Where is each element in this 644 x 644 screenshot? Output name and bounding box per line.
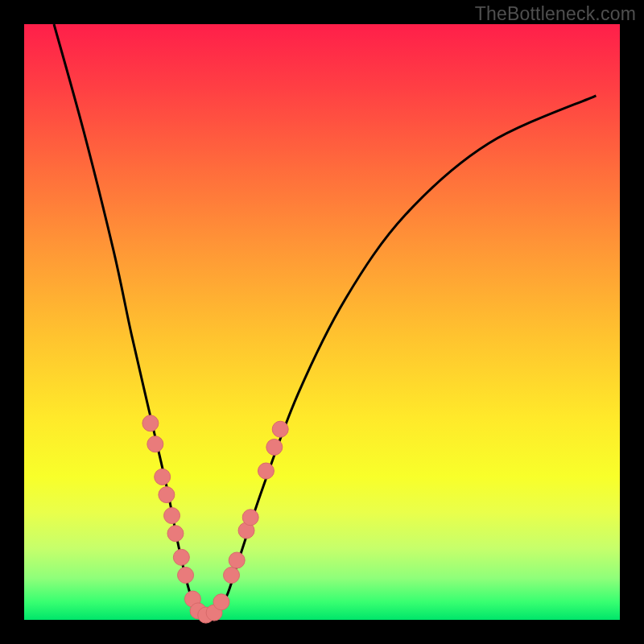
data-marker [167, 526, 184, 542]
data-marker [159, 487, 175, 503]
data-marker [155, 469, 171, 485]
data-marker [266, 439, 283, 455]
data-marker [178, 568, 194, 584]
data-marker [142, 415, 159, 431]
data-marker [147, 436, 163, 452]
data-marker [242, 510, 258, 526]
data-marker [258, 463, 274, 479]
chart-frame: TheBottleneck.com [0, 0, 644, 644]
watermark-text: TheBottleneck.com [475, 3, 636, 25]
data-marker [213, 594, 229, 610]
bottleneck-curve [54, 24, 596, 616]
data-marker [229, 552, 245, 568]
data-marker [224, 568, 240, 584]
plot-area [24, 24, 620, 620]
data-marker [272, 421, 288, 437]
curve-path [54, 24, 596, 616]
marker-group [142, 415, 288, 623]
data-marker [173, 549, 189, 565]
data-marker [164, 508, 180, 524]
curve-layer [24, 24, 620, 620]
